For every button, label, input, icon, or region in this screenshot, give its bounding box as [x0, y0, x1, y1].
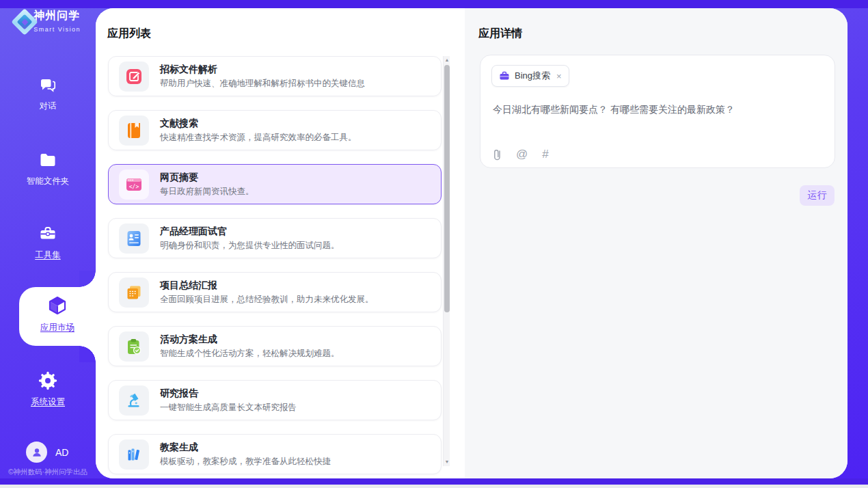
sidebar-item-label: 应用市场	[19, 322, 96, 334]
app-card-pm-interviewer[interactable]: 产品经理面试官 明确身份和职责，为您提供专业性的面试问题。	[108, 218, 442, 258]
clipboard-check-icon	[119, 331, 149, 362]
app-card-project-summary[interactable]: 项目总结汇报 全面回顾项目进展，总结经验教训，助力未来优化发展。	[108, 272, 442, 312]
app-title: 网页摘要	[160, 171, 254, 183]
sidebar-footer: ©神州数码·神州问学出品	[0, 467, 96, 477]
folder-icon	[38, 150, 57, 172]
scroll-down-icon[interactable]: ▼	[444, 458, 450, 466]
app-description: 帮助用户快速、准确地理解和解析招标书中的关键信息	[160, 78, 365, 90]
books-icon	[119, 439, 149, 470]
app-title: 招标文件解析	[160, 63, 365, 75]
app-title: 教案生成	[160, 441, 331, 453]
window-top-frame	[0, 0, 868, 8]
prompt-toolbar: @ #	[493, 148, 549, 161]
book-icon	[119, 116, 149, 146]
app-detail-panel: 应用详情 Bing搜索 × 今日湖北有哪些新闻要点？ 有哪些需要关注的最新政策？	[465, 8, 847, 478]
hash-topic-icon[interactable]: #	[542, 148, 548, 161]
sidebar-item-toolkit[interactable]: 工具集	[0, 224, 96, 261]
app-title: 文献搜索	[160, 117, 357, 129]
sticky-notes-icon	[119, 277, 149, 308]
paperclip-icon[interactable]	[493, 148, 502, 161]
app-description: 一键智能生成高质量长文本研究报告	[160, 402, 297, 414]
edit-document-icon	[119, 62, 149, 92]
app-description: 智能生成个性化活动方案，轻松解决规划难题。	[160, 348, 340, 360]
app-title: 研究报告	[160, 387, 297, 399]
app-card-web-summary[interactable]: </> 网页摘要 每日政府新闻资讯快查。	[108, 164, 442, 204]
brand-logo: 神州问学 Smart Vision	[12, 10, 96, 34]
user-account[interactable]: AD	[26, 442, 68, 463]
person-avatar-icon	[26, 442, 47, 463]
scrollbar-thumb[interactable]	[444, 65, 450, 312]
app-description: 明确身份和职责，为您提供专业性的面试问题。	[160, 240, 340, 252]
resume-person-icon	[119, 223, 149, 254]
browser-code-icon: </>	[119, 170, 149, 200]
scroll-up-icon[interactable]: ▲	[444, 56, 450, 64]
sidebar-item-label: 工具集	[0, 249, 96, 261]
sidebar-item-smart-folder[interactable]: 智能文件夹	[0, 150, 96, 187]
sidebar-item-app-market[interactable]: 应用市场	[19, 287, 96, 346]
close-icon[interactable]: ×	[556, 71, 562, 81]
app-list-panel: 应用列表 招标文件解析 帮助用户快速、准确地理解和解析招标书中的关键信息	[96, 8, 465, 478]
brand-subtitle: Smart Vision	[33, 26, 81, 33]
run-button[interactable]: 运行	[800, 185, 835, 206]
sidebar-item-chat[interactable]: 对话	[0, 75, 96, 112]
sidebar-item-label: 智能文件夹	[0, 176, 96, 187]
window-bottom-edge	[0, 485, 868, 488]
app-window: 神州问学 Smart Vision 对话 智能文件夹	[0, 0, 868, 488]
app-card-literature-search[interactable]: 文献搜索 快速精准查找学术资源，提高研究效率的必备工具。	[108, 110, 442, 150]
app-detail-title: 应用详情	[478, 27, 522, 41]
active-tab-curve-bottom	[79, 346, 96, 362]
prompt-text[interactable]: 今日湖北有哪些新闻要点？ 有哪些需要关注的最新政策？	[493, 104, 822, 116]
sidebar-item-label: 系统设置	[0, 396, 96, 408]
app-title: 项目总结汇报	[160, 279, 374, 291]
sidebar-item-label: 对话	[0, 100, 96, 112]
app-card-list: 招标文件解析 帮助用户快速、准确地理解和解析招标书中的关键信息 文献搜索	[96, 56, 465, 478]
app-list-scrollbar[interactable]: ▲ ▼	[443, 56, 450, 466]
gear-icon	[38, 371, 57, 393]
app-title: 产品经理面试官	[160, 225, 340, 237]
user-name: AD	[55, 447, 68, 458]
active-tab-curve-top	[79, 271, 96, 287]
app-list-title: 应用列表	[107, 27, 151, 41]
sidebar: 神州问学 Smart Vision 对话 智能文件夹	[0, 0, 96, 488]
window-bottom-frame	[0, 478, 868, 485]
brand-name: 神州问学	[33, 10, 80, 21]
app-card-bid-analysis[interactable]: 招标文件解析 帮助用户快速、准确地理解和解析招标书中的关键信息	[108, 56, 442, 96]
tool-tag-bing-search[interactable]: Bing搜索 ×	[491, 65, 569, 87]
app-card-event-plan[interactable]: 活动方案生成 智能生成个性化活动方案，轻松解决规划难题。	[108, 326, 442, 366]
toolbox-icon	[38, 224, 57, 246]
at-mention-icon[interactable]: @	[516, 148, 528, 161]
app-title: 活动方案生成	[160, 333, 340, 345]
tool-tag-label: Bing搜索	[515, 70, 550, 82]
app-description: 快速精准查找学术资源，提高研究效率的必备工具。	[160, 132, 357, 144]
briefcase-icon	[499, 70, 510, 81]
app-description: 每日政府新闻资讯快查。	[160, 186, 254, 198]
svg-text:</>: </>	[129, 183, 139, 189]
chat-icon	[38, 75, 57, 97]
app-description: 模板驱动，教案秒成，教学准备从此轻松快捷	[160, 456, 331, 467]
app-card-research-report[interactable]: 研究报告 一键智能生成高质量长文本研究报告	[108, 380, 442, 420]
app-card-lesson-plan[interactable]: 教案生成 模板驱动，教案秒成，教学准备从此轻松快捷	[108, 434, 442, 474]
sidebar-item-settings[interactable]: 系统设置	[0, 371, 96, 408]
gem-diamond-icon	[12, 10, 28, 34]
microscope-icon	[119, 385, 149, 416]
app-description: 全面回顾项目进展，总结经验教训，助力未来优化发展。	[160, 294, 374, 306]
prompt-input-card[interactable]: Bing搜索 × 今日湖北有哪些新闻要点？ 有哪些需要关注的最新政策？ @ #	[480, 55, 835, 168]
cube-icon	[47, 295, 68, 318]
main-content: 应用列表 招标文件解析 帮助用户快速、准确地理解和解析招标书中的关键信息	[96, 8, 847, 478]
